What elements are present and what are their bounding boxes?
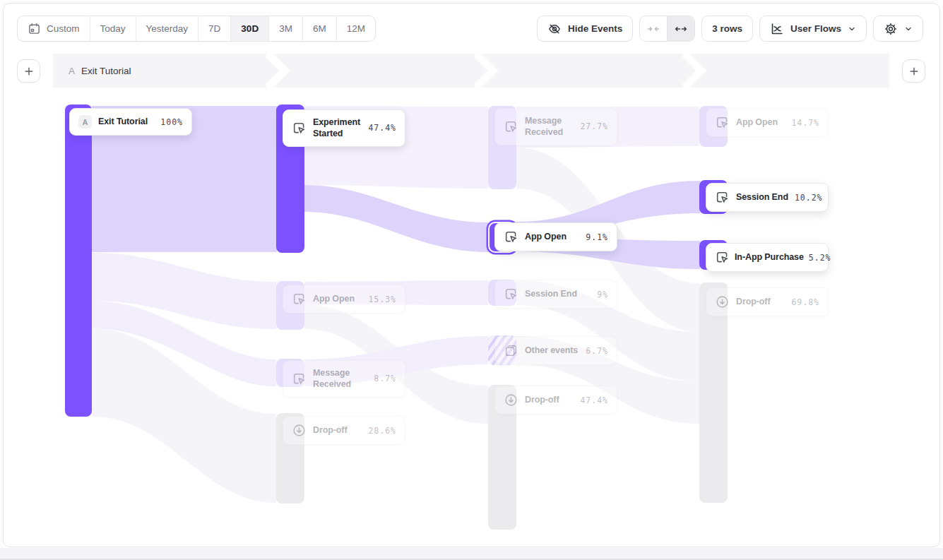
node-card-drop-off-2[interactable]: Drop-off 28.6% — [283, 416, 405, 445]
event-cursor-icon — [292, 292, 307, 306]
date-range-6m[interactable]: 6M — [302, 16, 336, 41]
node-value: 100% — [160, 117, 183, 127]
node-label: App Open — [313, 293, 362, 304]
settings-dropdown[interactable] — [873, 16, 923, 42]
chevron-separator-icon — [473, 54, 499, 88]
node-value: 28.6% — [368, 426, 396, 436]
arrow-down-circle-icon — [292, 423, 307, 438]
chevron-separator-icon — [682, 54, 707, 88]
node-card-app-open-2[interactable]: App Open 15.3% — [283, 285, 405, 314]
hide-events-button[interactable]: Hide Events — [537, 16, 633, 42]
event-cursor-icon — [504, 287, 518, 302]
rows-label: 3 rows — [712, 23, 742, 34]
event-cursor-icon — [715, 115, 730, 130]
flow-step-banner[interactable]: A Exit Tutorial — [53, 54, 889, 88]
node-value: 47.4% — [580, 395, 608, 405]
node-label: Drop-off — [313, 424, 362, 436]
date-range-custom[interactable]: Custom — [18, 16, 90, 41]
event-cursor-icon — [292, 371, 307, 386]
date-range-selector: Custom Today Yesterday 7D 30D 3M 6M 12M — [17, 16, 376, 42]
plus-icon — [23, 66, 35, 77]
rows-button[interactable]: 3 rows — [701, 16, 753, 42]
event-cursor-icon — [715, 190, 730, 205]
add-step-button-left[interactable] — [17, 59, 40, 83]
step-letter: A — [69, 66, 75, 76]
node-label: Message Received — [313, 367, 367, 391]
node-card-session-end-3[interactable]: Session End 9% — [494, 280, 617, 309]
node-label: App Open — [736, 117, 778, 128]
node-label: Experiment Started — [313, 117, 362, 140]
date-range-yesterday[interactable]: Yesterday — [136, 16, 198, 41]
date-range-label: Custom — [47, 23, 80, 34]
plus-icon — [908, 66, 920, 77]
event-cursor-icon — [715, 250, 730, 265]
view-type-label: User Flows — [790, 23, 841, 34]
arrow-down-circle-icon — [504, 393, 518, 407]
node-card-drop-off-4[interactable]: Drop-off 69.8% — [706, 287, 829, 316]
collapse-columns-button[interactable] — [640, 16, 667, 41]
node-value: 47.4% — [368, 123, 396, 133]
node-card-message-received-2[interactable]: Message Received 8.7% — [283, 360, 405, 398]
event-cursor-icon — [504, 119, 518, 134]
event-cursor-icon — [504, 230, 518, 244]
node-label: Session End — [736, 191, 788, 203]
node-label: In-App Purchase — [735, 251, 804, 263]
node-value: 5.2% — [809, 253, 831, 263]
calendar-icon — [28, 22, 41, 35]
node-card-experiment-started[interactable]: Experiment Started 47.4% — [283, 109, 405, 147]
add-step-button-right[interactable] — [902, 59, 925, 83]
layers-icon — [504, 343, 518, 358]
arrows-expand-icon — [674, 22, 688, 36]
node-card-message-received-3[interactable]: Message Received 27.7% — [494, 108, 617, 145]
node-card-in-app-purchase-4[interactable]: In-App Purchase 5.2% — [706, 243, 829, 272]
gear-icon — [884, 22, 898, 36]
arrows-collapse-icon — [646, 22, 660, 36]
node-value: 6.7% — [586, 346, 608, 356]
hide-events-label: Hide Events — [568, 23, 622, 34]
node-value: 15.3% — [368, 294, 396, 304]
eye-off-icon — [547, 22, 562, 36]
event-cursor-icon — [292, 121, 307, 136]
node-card-session-end-4[interactable]: Session End 10.2% — [706, 183, 829, 212]
date-range-3m[interactable]: 3M — [268, 16, 302, 41]
node-label: Drop-off — [736, 296, 771, 307]
node-value: 8.7% — [374, 374, 396, 383]
chevron-down-icon — [904, 25, 913, 33]
node-value: 9% — [597, 290, 608, 299]
step-letter-badge: A — [78, 115, 92, 129]
flows-chart-icon — [770, 22, 784, 36]
node-card-other-events-3[interactable]: Other events 6.7% — [494, 336, 617, 365]
node-card-exit-tutorial[interactable]: A Exit Tutorial 100% — [69, 108, 192, 136]
node-value: 27.7% — [580, 121, 608, 131]
step-name: Exit Tutorial — [81, 66, 131, 76]
node-value: 14.7% — [791, 118, 819, 128]
node-label: Message Received — [525, 115, 574, 138]
node-label: Exit Tutorial — [98, 116, 148, 127]
node-label: Session End — [525, 288, 577, 299]
node-label: App Open — [525, 231, 567, 242]
date-range-12m[interactable]: 12M — [336, 16, 375, 41]
node-value: 10.2% — [795, 193, 823, 203]
date-range-today[interactable]: Today — [90, 16, 136, 41]
chevron-separator-icon — [265, 54, 290, 88]
node-value: 69.8% — [791, 297, 819, 307]
flow-step-label: A Exit Tutorial — [69, 54, 131, 88]
flow-link-experiment-started-app-open[interactable] — [304, 185, 489, 252]
view-type-dropdown[interactable]: User Flows — [759, 16, 867, 42]
arrow-down-circle-icon — [715, 294, 730, 309]
node-value: 9.1% — [586, 232, 608, 242]
node-label: Drop-off — [525, 394, 559, 405]
chevron-down-icon — [848, 25, 856, 33]
date-range-7d[interactable]: 7D — [198, 16, 230, 41]
node-card-drop-off-3[interactable]: Drop-off 47.4% — [494, 386, 617, 415]
spacing-toggle — [639, 16, 695, 42]
node-card-app-open-3[interactable]: App Open 9.1% — [494, 222, 617, 251]
node-card-app-open-4[interactable]: App Open 14.7% — [706, 108, 829, 137]
node-label: Other events — [525, 345, 578, 356]
date-range-30d[interactable]: 30D — [230, 16, 268, 41]
node-bar-exit-tutorial[interactable] — [65, 105, 92, 417]
expand-columns-button[interactable] — [667, 16, 694, 41]
